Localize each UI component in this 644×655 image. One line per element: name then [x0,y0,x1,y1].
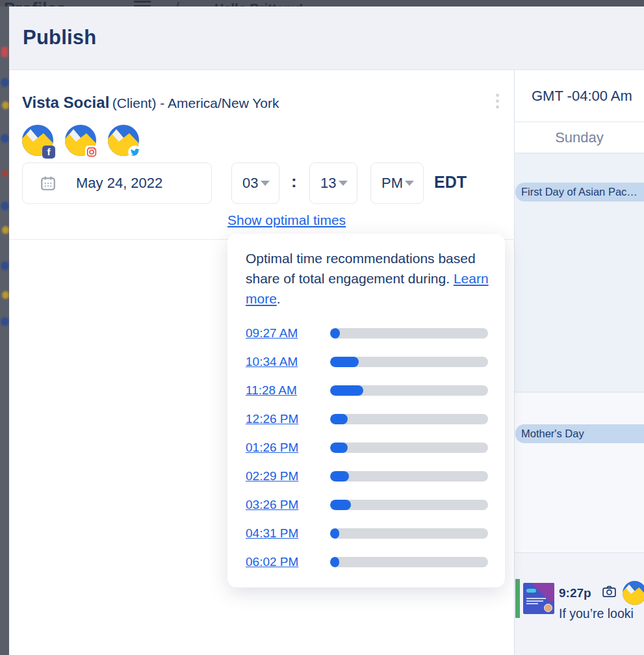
profile-avatar-instagram[interactable] [65,125,96,156]
engagement-bar-track [330,443,488,453]
backdrop-fragment [1,47,8,57]
engagement-bar-fill [330,357,359,367]
optimal-time-row: 11:28 AM [246,376,488,405]
backdrop-profiles-label: Profiles [4,0,66,6]
post-profile-avatar [623,581,644,605]
engagement-bar-track [330,357,488,367]
scheduled-post-item[interactable]: 9:27p [515,579,644,619]
chevron-down-icon [261,181,270,186]
backdrop-overlay-top[interactable]: Profiles / Hello Brittany! [0,0,644,6]
engagement-bar-fill [330,471,349,482]
engagement-bar-fill [330,443,348,453]
calendar-day-cell[interactable]: Mother's Day [515,392,644,553]
post-status-indicator [515,579,520,618]
modal-header: Publish [9,6,644,70]
optimal-time-row: 10:34 AM [246,348,488,376]
backdrop-fragment [2,226,9,234]
instagram-badge-icon [85,146,98,159]
engagement-bar-track [330,414,488,424]
optimal-time-link[interactable]: 04:31 PM [246,526,315,541]
meridiem-value: PM [381,175,403,192]
calendar-day-cell[interactable]: First Day of Asian Pac… [515,153,644,392]
backdrop-fragment [1,317,9,326]
date-value: May 24, 2022 [76,175,162,192]
optimal-time-link[interactable]: 10:34 AM [246,355,315,369]
minute-select[interactable]: 13 [309,162,357,204]
optimal-times-popup: Optimal time recommendations based share… [227,234,505,587]
chevron-down-icon [405,181,414,186]
backdrop-overlay-left[interactable] [0,6,9,655]
profile-group-timezone: America/New York [168,96,279,110]
twitter-badge-icon [128,146,141,159]
facebook-badge-icon: f [42,146,55,159]
hour-select[interactable]: 03 [231,162,279,204]
profile-group-name: Vista Social [22,94,109,111]
compose-panel: Vista Social (Client) - America/New York… [9,70,515,655]
profile-group-separator: - [160,96,164,110]
optimal-time-row: 06:02 PM [246,548,488,576]
camera-icon [602,584,617,602]
engagement-bar-track [330,385,488,396]
backdrop-fragment [1,78,9,87]
minute-value: 13 [320,175,336,192]
date-picker-field[interactable]: May 24, 2022 [22,162,212,204]
profile-group-type: (Client) [112,96,157,110]
calendar-day-header: Sunday [515,122,644,153]
optimal-description-text: Optimal time recommendations based share… [246,251,476,286]
backdrop-greeting: Hello Brittany! [214,1,303,6]
engagement-bar-track [330,528,488,539]
engagement-bar-track [330,500,488,510]
engagement-bar-track [330,557,488,567]
profile-avatar-facebook[interactable]: f [22,125,53,156]
optimal-time-row: 03:26 PM [246,491,488,519]
calendar-icon [40,175,57,192]
backdrop-slash: / [175,0,179,6]
optimal-times-description: Optimal time recommendations based share… [246,248,493,309]
backdrop-fragment [2,170,8,177]
engagement-bar-fill [330,557,339,567]
engagement-bar-track [330,471,488,482]
vista-social-logo-icon [623,581,644,605]
optimal-time-link[interactable]: 11:28 AM [246,383,315,398]
calendar-timezone-header: GMT -04:00 Am [515,70,644,122]
post-thumbnail [523,583,554,614]
calendar-event-pill[interactable]: Mother's Day [515,424,644,443]
hour-value: 03 [242,175,258,192]
optimal-time-row: 12:26 PM [246,405,488,433]
show-optimal-times-link[interactable]: Show optimal times [227,212,346,228]
engagement-bar-fill [330,528,339,539]
calendar-event-pill[interactable]: First Day of Asian Pac… [515,183,644,201]
engagement-bar-fill [330,414,348,424]
backdrop-fragment [1,201,9,211]
meridiem-select[interactable]: PM [370,162,424,204]
chevron-down-icon [339,181,348,186]
optimal-time-row: 04:31 PM [246,519,488,548]
optimal-description-period: . [277,291,281,306]
backdrop-fragment [1,261,9,270]
modal-title: Publish [23,26,644,49]
optimal-time-link[interactable]: 12:26 PM [246,412,315,426]
timezone-abbr-label: EDT [434,173,467,192]
publish-modal: Publish Vista Social (Client) - America/… [9,6,644,655]
calendar-panel: GMT -04:00 Am Sunday First Day of Asian … [515,70,644,655]
optimal-time-link[interactable]: 06:02 PM [246,555,315,569]
hamburger-icon [134,1,151,6]
backdrop-fragment [2,101,9,109]
post-body: 9:27p [559,581,644,619]
engagement-bar-track [330,328,488,339]
backdrop-fragment [1,134,9,143]
optimal-time-link[interactable]: 09:27 AM [246,326,315,340]
post-snippet: If you’re looki [559,606,644,621]
post-time: 9:27p [559,586,591,600]
optimal-time-link[interactable]: 03:26 PM [246,498,315,512]
engagement-bar-fill [330,328,340,339]
optimal-time-link[interactable]: 02:29 PM [246,469,315,483]
optimal-time-row: 09:27 AM [246,319,488,348]
calendar-day-cell[interactable]: 9:27p [515,553,644,655]
engagement-bar-fill [330,385,363,396]
time-colon: : [291,172,297,192]
profile-group-title: Vista Social (Client) - America/New York [22,94,279,112]
profile-avatar-twitter[interactable] [108,125,139,156]
optimal-time-link[interactable]: 01:26 PM [246,441,315,455]
kebab-menu-icon[interactable] [491,94,503,113]
